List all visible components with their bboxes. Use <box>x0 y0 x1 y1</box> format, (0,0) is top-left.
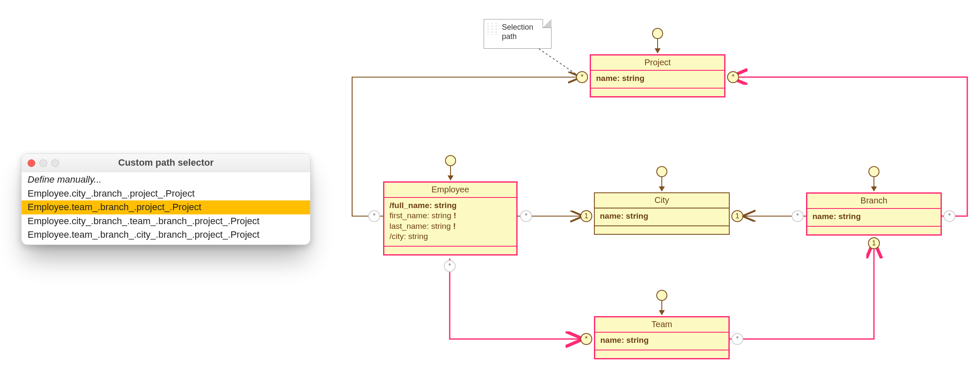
custom-path-selector-window[interactable]: Custom path selector Define manually... … <box>21 153 311 245</box>
mult-employee-bottom-star: * <box>444 260 456 272</box>
note-handle-icon: : : :: : :: : :: : : <box>487 23 498 35</box>
class-project-ops <box>591 89 724 96</box>
class-team-title: Team <box>595 317 728 333</box>
popup-titlebar[interactable]: Custom path selector <box>22 154 310 172</box>
class-employee-title: Employee <box>384 183 516 198</box>
popup-item-path[interactable]: Employee.team_.branch_.project_.Project <box>22 200 310 214</box>
class-branch-ops <box>807 227 941 234</box>
class-employee-ops <box>384 247 516 254</box>
interface-lollipop-icon <box>445 155 456 166</box>
mult-branch-right-star: * <box>944 210 955 222</box>
lollipop-arrow-icon <box>659 186 665 192</box>
mult-employee-left-star: * <box>368 210 380 222</box>
note-line1: Selection <box>502 23 533 31</box>
class-employee-attrs: /full_name: string first_name: string ! … <box>384 198 516 247</box>
interface-lollipop-icon <box>656 290 667 301</box>
class-team-attrs: name: string <box>595 333 728 350</box>
lollipop-stem <box>661 177 662 187</box>
popup-list: Define manually... Employee.city_.branch… <box>22 172 310 245</box>
note-text: Selection path <box>502 23 533 41</box>
lollipop-arrow-icon <box>659 310 665 315</box>
attr: name: string <box>600 335 724 345</box>
class-employee[interactable]: Employee /full_name: string first_name: … <box>383 181 518 256</box>
close-icon[interactable] <box>28 159 35 167</box>
popup-item-path[interactable]: Employee.city_.branch_.project_.Project <box>22 187 310 201</box>
zoom-icon <box>51 159 59 167</box>
popup-item-path[interactable]: Employee.city_.branch_.team_.branch_.pro… <box>22 214 310 228</box>
attr: name: string <box>600 211 725 221</box>
class-city[interactable]: City name: string <box>594 192 730 235</box>
mult-city-right-one: 1 <box>731 210 743 222</box>
note-fold-icon <box>543 19 552 28</box>
class-city-title: City <box>595 193 729 208</box>
attr: /full_name: string <box>389 200 512 211</box>
class-project-title: Project <box>591 56 724 71</box>
class-branch-title: Branch <box>807 194 941 209</box>
attr: name: string <box>596 73 720 83</box>
class-project[interactable]: Project name: string <box>590 54 725 97</box>
lollipop-stem <box>657 39 658 49</box>
attr: first_name: string ! <box>389 211 512 221</box>
mult-project-left-star: * <box>576 71 588 83</box>
popup-item-path[interactable]: Employee.team_.branch_.city_.branch_.pro… <box>22 228 310 242</box>
class-branch-attrs: name: string <box>807 209 941 227</box>
attr: last_name: string ! <box>389 221 512 231</box>
class-branch[interactable]: Branch name: string <box>806 192 942 236</box>
class-team[interactable]: Team name: string <box>594 316 730 359</box>
class-project-attrs: name: string <box>591 71 724 89</box>
lollipop-stem <box>661 301 662 311</box>
note-line2: path <box>502 32 517 41</box>
popup-item-define-manually[interactable]: Define manually... <box>22 173 310 187</box>
mult-team-right-star: * <box>731 333 743 345</box>
mult-project-right-star: * <box>727 71 739 83</box>
class-team-ops <box>595 350 728 358</box>
class-city-ops <box>595 226 729 234</box>
minimize-icon <box>39 159 47 167</box>
lollipop-arrow-icon <box>655 48 661 53</box>
selection-path-note: : : :: : :: : :: : : Selection path <box>484 19 552 49</box>
mult-city-left-one: 1 <box>580 210 592 222</box>
interface-lollipop-icon <box>652 28 663 39</box>
attr: name: string <box>812 211 936 222</box>
lollipop-arrow-icon <box>448 175 454 181</box>
interface-lollipop-icon <box>656 166 667 177</box>
attr: /city: string <box>389 231 512 242</box>
mult-team-left-star: * <box>580 333 592 345</box>
mult-branch-bottom-one: 1 <box>868 237 880 249</box>
lollipop-stem <box>450 166 451 176</box>
mult-employee-right-star: * <box>520 210 532 222</box>
popup-title: Custom path selector <box>118 157 214 168</box>
class-city-attrs: name: string <box>595 208 729 226</box>
lollipop-arrow-icon <box>871 186 877 192</box>
lollipop-stem <box>874 177 874 187</box>
mult-branch-left-star: * <box>792 210 804 222</box>
interface-lollipop-icon <box>868 166 879 177</box>
